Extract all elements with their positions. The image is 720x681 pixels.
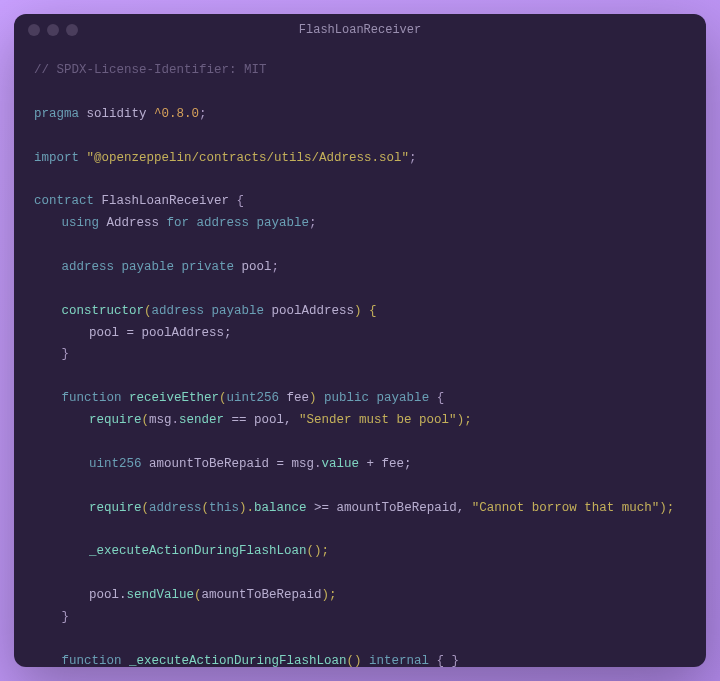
code-token: _executeActionDuringFlashLoan [89,544,307,558]
code-token: ) { [354,304,377,318]
code-token: { } [429,654,459,667]
code-token: . [172,413,180,427]
code-token: receiveEther [122,391,220,405]
code-token: public payable [324,391,429,405]
code-token: >= amountToBeRepaid, [307,501,472,515]
code-token: constructor [62,304,145,318]
code-token: ); [457,413,472,427]
code-token: pool. [89,588,127,602]
code-token: ^0.8.0 [154,107,199,121]
code-token: ( [142,413,150,427]
code-token: import [34,151,79,165]
code-token: } [62,347,70,361]
code-token: ( [219,391,227,405]
code-token: { [429,391,444,405]
code-token: pool [234,260,272,274]
titlebar: FlashLoanReceiver [14,14,706,46]
code-token: _executeActionDuringFlashLoan [122,654,347,667]
code-token: ); [322,588,337,602]
code-token: msg [292,457,315,471]
code-token: ( [194,588,202,602]
code-token: solidity [79,107,154,121]
code-token: sender [179,413,224,427]
code-token: balance [254,501,307,515]
code-token: ); [659,501,674,515]
code-editor[interactable]: // SPDX-License-Identifier: MIT pragma s… [14,46,706,667]
code-token: internal [369,654,429,667]
code-token: amountToBeRepaid [202,588,322,602]
code-token: ; [272,260,280,274]
code-token: ( [142,501,150,515]
code-token: ; [409,151,417,165]
code-token: . [314,457,322,471]
maximize-icon[interactable] [66,24,78,36]
code-token: address payable private [62,260,235,274]
code-token: == pool, [224,413,299,427]
code-token: amountToBeRepaid = [142,457,292,471]
code-comment: // SPDX-License-Identifier: MIT [34,63,267,77]
code-token: FlashLoanReceiver [94,194,237,208]
code-token: + fee; [359,457,412,471]
code-token: poolAddress [264,304,354,318]
code-token: msg [149,413,172,427]
code-token: "Cannot borrow that much" [472,501,660,515]
code-token: ( [202,501,210,515]
code-token: using [62,216,100,230]
traffic-lights [28,24,78,36]
code-token: { [237,194,245,208]
code-token: address payable [152,304,265,318]
code-token: require [89,413,142,427]
code-token: require [89,501,142,515]
code-token: } [62,610,70,624]
code-token: ; [309,216,317,230]
minimize-icon[interactable] [47,24,59,36]
code-token: uint256 [227,391,280,405]
code-token: pool = poolAddress; [89,326,232,340]
code-token: this [209,501,239,515]
code-token: contract [34,194,94,208]
code-token: function [62,654,122,667]
code-token: sendValue [127,588,195,602]
code-token: function [62,391,122,405]
code-token: "Sender must be pool" [299,413,457,427]
code-token: (); [307,544,330,558]
code-token: uint256 [89,457,142,471]
code-token: ( [144,304,152,318]
code-token: pragma [34,107,79,121]
code-token: Address [99,216,167,230]
code-token: value [322,457,360,471]
window-title: FlashLoanReceiver [299,23,421,37]
code-token: fee [279,391,309,405]
close-icon[interactable] [28,24,40,36]
code-token: ) [309,391,324,405]
code-token: address [149,501,202,515]
code-token: ). [239,501,254,515]
code-token: ; [199,107,207,121]
code-token: for [167,216,190,230]
code-token: address payable [189,216,309,230]
editor-window: FlashLoanReceiver // SPDX-License-Identi… [14,14,706,667]
code-token: () [347,654,370,667]
code-token: "@openzeppelin/contracts/utils/Address.s… [79,151,409,165]
